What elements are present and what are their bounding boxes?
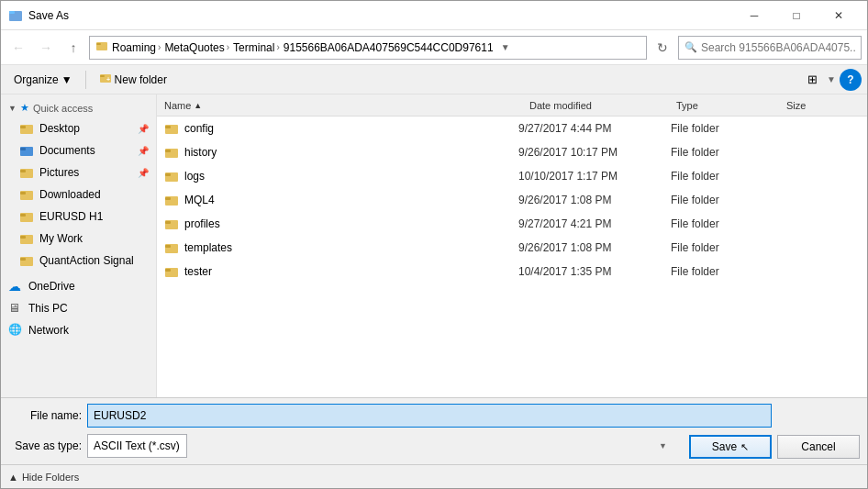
hide-folders-arrow-icon: ▲	[8, 472, 18, 483]
sidebar-item-this-pc[interactable]: 🖥 This PC	[1, 297, 156, 319]
table-row[interactable]: history 9/26/2017 10:17 PM File folder	[157, 140, 867, 164]
quick-access-collapse-icon: ▼	[8, 104, 17, 113]
sidebar-thispc-label: This PC	[28, 302, 68, 315]
svg-rect-34	[165, 269, 171, 272]
sidebar-item-desktop[interactable]: Desktop 📌	[1, 117, 156, 139]
close-button[interactable]: ✕	[818, 1, 860, 30]
svg-rect-10	[20, 148, 26, 150]
desktop-pin-icon: 📌	[138, 124, 149, 134]
filetype-row: Save as type: ASCII Text (*.csv) CSV (*.…	[8, 433, 860, 459]
hide-folders-toggle[interactable]: ▲ Hide Folders	[8, 472, 79, 483]
sidebar-item-eurusd-label: EURUSD H1	[39, 210, 103, 223]
file-date-history: 9/26/2017 10:17 PM	[518, 146, 665, 159]
path-segment-metaquotes[interactable]: MetaQuotes ›	[164, 41, 229, 54]
cancel-button[interactable]: Cancel	[777, 435, 860, 459]
main-content: ▼ ★ Quick access Desktop 📌 Documents	[1, 94, 867, 397]
minimize-button[interactable]: ─	[733, 1, 775, 30]
path-icon	[95, 39, 108, 55]
sidebar-item-pictures[interactable]: Pictures 📌	[1, 161, 156, 183]
path-segment-hash[interactable]: 915566BA06ADA407569C544CC0D97611	[284, 41, 494, 54]
sidebar-item-downloaded[interactable]: Downloaded	[1, 183, 156, 206]
file-date-logs: 10/10/2017 1:17 PM	[518, 170, 665, 183]
column-header-date[interactable]: Date modified	[529, 100, 676, 111]
sidebar-item-eurusd-h1[interactable]: EURUSD H1	[1, 206, 156, 228]
filename-input[interactable]	[87, 404, 772, 428]
file-list-header: Name ▲ Date modified Type Size	[157, 94, 867, 117]
path-segment-roaming[interactable]: Roaming ›	[112, 41, 161, 54]
footer-bar: ▲ Hide Folders	[1, 464, 867, 488]
sidebar-item-documents-label: Documents	[39, 144, 95, 157]
sidebar-item-pictures-label: Pictures	[39, 166, 79, 179]
folder-icon	[164, 217, 179, 231]
sidebar: ▼ ★ Quick access Desktop 📌 Documents	[1, 94, 157, 397]
folder-icon	[164, 145, 179, 160]
folder-icon	[164, 193, 179, 207]
view-button[interactable]: ⊞	[801, 69, 823, 91]
svg-rect-12	[20, 170, 26, 172]
save-button[interactable]: Save ↖	[689, 435, 772, 459]
table-row[interactable]: config 9/27/2017 4:44 PM File folder	[157, 117, 867, 140]
file-name-profiles: profiles	[184, 217, 513, 230]
svg-rect-3	[96, 43, 101, 45]
window-title: Save As	[28, 9, 733, 22]
refresh-button[interactable]: ↻	[651, 36, 674, 60]
quick-access-label: Quick access	[33, 103, 93, 114]
pictures-folder-icon	[19, 165, 34, 180]
file-date-tester: 10/4/2017 1:35 PM	[518, 265, 665, 278]
table-row[interactable]: tester 10/4/2017 1:35 PM File folder	[157, 260, 867, 283]
sidebar-item-quantaction-label: QuantAction Signal	[39, 254, 134, 267]
file-date-profiles: 9/27/2017 4:21 PM	[518, 217, 665, 230]
svg-rect-24	[165, 150, 171, 152]
organize-button[interactable]: Organize ▼	[6, 69, 80, 91]
svg-rect-30	[165, 221, 171, 224]
pictures-pin-icon: 📌	[138, 168, 149, 178]
hide-folders-label: Hide Folders	[22, 472, 79, 483]
address-path-box[interactable]: Roaming › MetaQuotes › Terminal › 915566…	[89, 36, 647, 60]
onedrive-icon: ☁	[8, 279, 23, 294]
bottom-bar: File name: Save as type: ASCII Text (*.c…	[1, 397, 867, 464]
column-header-size[interactable]: Size	[786, 100, 860, 111]
column-header-type[interactable]: Type	[676, 100, 786, 111]
table-row[interactable]: MQL4 9/26/2017 1:08 PM File folder	[157, 188, 867, 212]
sidebar-item-my-work[interactable]: My Work	[1, 228, 156, 250]
table-row[interactable]: templates 9/26/2017 1:08 PM File folder	[157, 236, 867, 260]
path-dropdown-arrow[interactable]: ▼	[501, 42, 510, 52]
column-header-name[interactable]: Name ▲	[164, 100, 529, 111]
window-controls: ─ □ ✕	[733, 1, 860, 30]
svg-rect-5	[100, 75, 105, 77]
file-name-history: history	[184, 146, 513, 159]
path-segment-terminal[interactable]: Terminal ›	[233, 41, 280, 54]
up-button[interactable]: ↑	[61, 36, 85, 60]
sidebar-item-documents[interactable]: Documents 📌	[1, 139, 156, 161]
help-button[interactable]: ?	[840, 69, 862, 91]
forward-button[interactable]: →	[34, 36, 58, 60]
sidebar-item-desktop-label: Desktop	[39, 122, 80, 135]
quick-access-header[interactable]: ▼ ★ Quick access	[1, 98, 156, 117]
table-row[interactable]: logs 10/10/2017 1:17 PM File folder	[157, 164, 867, 188]
file-type-config: File folder	[671, 122, 781, 135]
save-as-dialog: Save As ─ □ ✕ ← → ↑ Roaming › MetaQuotes…	[0, 0, 868, 489]
svg-rect-14	[20, 192, 26, 194]
window-icon	[8, 8, 23, 23]
sidebar-network-label: Network	[28, 324, 69, 337]
file-type-templates: File folder	[671, 241, 781, 254]
documents-folder-icon	[19, 143, 34, 158]
file-date-templates: 9/26/2017 1:08 PM	[518, 241, 665, 254]
file-name-tester: tester	[184, 265, 513, 278]
folder-icon	[164, 121, 179, 136]
sidebar-item-network[interactable]: 🌐 Network	[1, 319, 156, 341]
view-dropdown-arrow[interactable]: ▼	[827, 74, 836, 84]
network-icon: 🌐	[8, 323, 23, 338]
sidebar-item-onedrive[interactable]: ☁ OneDrive	[1, 275, 156, 297]
filetype-select[interactable]: ASCII Text (*.csv) CSV (*.csv) Text (*.t…	[87, 434, 187, 458]
new-folder-button[interactable]: + New folder	[92, 69, 174, 91]
sidebar-item-quantaction[interactable]: QuantAction Signal	[1, 250, 156, 272]
search-input[interactable]	[701, 41, 855, 54]
back-button[interactable]: ←	[6, 36, 30, 60]
desktop-folder-icon	[19, 121, 34, 136]
table-row[interactable]: profiles 9/27/2017 4:21 PM File folder	[157, 212, 867, 236]
maximize-button[interactable]: □	[775, 1, 818, 30]
quick-access-section: ▼ ★ Quick access Desktop 📌 Documents	[1, 98, 156, 272]
new-folder-icon: +	[99, 72, 112, 87]
sidebar-onedrive-label: OneDrive	[28, 280, 75, 293]
